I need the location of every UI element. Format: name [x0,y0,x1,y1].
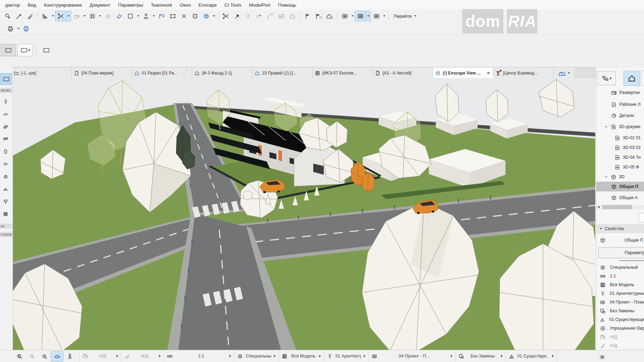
menu-citools[interactable]: CI Tools [221,1,245,9]
quick-3d-style[interactable]: Упрощенная Окр [596,324,644,332]
gravity-slab-button[interactable] [102,11,113,21]
intersect-button[interactable] [178,11,189,21]
tab-right-elevation[interactable]: 15 Правий (2) [1... [252,68,313,78]
tree-item-3d-02[interactable]: 3D-02 01 [596,133,644,143]
quick-structure-display[interactable]: Вся Модель [596,281,644,289]
railing-tool-icon[interactable] [0,134,12,145]
stack-tool-icon[interactable] [0,159,12,171]
morph-tool-icon[interactable] [0,171,12,183]
suspend-groups-dropdown[interactable] [151,11,156,21]
clipped-panel-icon[interactable] [639,213,644,222]
marquee-single-button[interactable] [1,44,16,56]
snap-tool-dropdown[interactable] [66,11,71,21]
gravity-roof-button[interactable] [113,11,125,21]
project-map-button-active[interactable] [623,71,640,86]
3d-cutaway-dropdown[interactable] [212,11,216,21]
quick-layer-combination[interactable]: Специальный [596,263,644,272]
menu-teamwork[interactable]: Teamwork [147,1,176,9]
tab-close-icon[interactable]: ✕ [486,71,491,76]
fillet-button[interactable] [265,11,276,21]
favorites-button[interactable] [324,11,335,21]
tree-hscrollbar[interactable] [596,205,644,210]
publish-button[interactable] [21,23,32,34]
mesh-tool-icon[interactable] [0,121,12,133]
chevron-down-icon[interactable] [604,125,608,129]
properties-section-header[interactable]: Свойства [596,224,644,233]
menu-window[interactable]: Окно [176,1,195,9]
zoom-fit-button[interactable] [26,351,38,362]
tree-item-details[interactable]: Детали [596,111,644,120]
tab-schedule-ike07[interactable]: [ИКЭ-07 Експлік... [313,68,373,78]
snap-reference-button[interactable] [71,11,82,21]
menu-help[interactable]: Помощь [274,1,300,9]
panel-corner-button[interactable] [596,352,608,362]
tree-item-interior-elevations[interactable]: Развертки [596,88,644,97]
magic-wand-button[interactable] [156,11,167,21]
marquee-mode-button[interactable] [17,44,33,56]
quick-camera-na[interactable]: Н/Д [596,333,644,341]
teamwork-cloud-button[interactable] [553,68,574,78]
last-layout-button[interactable] [371,11,382,21]
print-button[interactable] [5,23,16,34]
quick-renovation-filter[interactable]: 01 Существующе [596,315,644,324]
flag-markup-button[interactable] [302,11,313,21]
adjust-button[interactable] [231,11,242,21]
chevron-down-icon[interactable] [604,175,608,179]
select-tool-button[interactable] [2,11,13,21]
scrollbar-thumb[interactable] [602,205,632,209]
3d-cutaway-button[interactable] [201,11,212,21]
column-tool-icon[interactable] [0,96,12,108]
marquee-all-floors-button[interactable] [39,44,54,56]
status-camera-control[interactable]: Н/Д [79,350,121,362]
tab-interaction-center[interactable]: [Центр Взаимод... [493,68,553,78]
offset-button[interactable] [253,11,265,21]
quick-model-view-options[interactable]: 04 Проект - План [596,298,644,306]
tree-item-general-axonometry[interactable]: Общая А [596,193,644,203]
door-tool-icon[interactable] [0,146,12,158]
settings-button[interactable]: Параметр [598,247,644,258]
organizer-button[interactable] [598,71,616,85]
status-model-view-options[interactable]: 04 Проект - П... [368,350,455,362]
scroll-left-arrow[interactable] [598,206,599,208]
tree-item-3d-03[interactable]: 3D-03 02 [596,143,644,152]
tab-layout-a3[interactable]: [А3 - А Чистий] [373,68,433,78]
slab-tool-icon[interactable] [0,109,12,120]
explode-button[interactable] [287,11,298,21]
resize-button[interactable] [276,11,287,21]
lamp-tool-icon[interactable] [0,196,12,208]
status-structure-display[interactable]: Вся Модель [278,350,324,362]
guide-lines-dropdown[interactable] [50,11,55,21]
tree-group-3d[interactable]: 3D [596,172,644,182]
viewmap-button-clipped[interactable] [642,71,644,86]
menu-editor[interactable]: дактор [1,1,24,9]
last-layout-dropdown[interactable] [382,11,386,21]
tree-item-worksheets[interactable]: Рабочие Л [596,100,644,109]
menu-view[interactable]: Вид [24,1,40,9]
quick-pen-na[interactable]: Н/Д [596,341,644,350]
tab-cellar-story[interactable]: [-1. цок] [11,68,72,78]
menu-document[interactable]: Документ [86,1,114,9]
viewport-3d-scene[interactable] [0,78,595,350]
relative-coords-button[interactable] [125,11,136,21]
tree-group-3d-documents[interactable]: 3D-докуме [596,122,644,132]
status-layer-combination[interactable]: Специальный [234,350,278,362]
menu-enscape[interactable]: Enscape [195,1,221,9]
status-renovation-filter[interactable]: 01 Существую... [505,350,557,362]
guide-lines-button[interactable] [39,11,50,21]
relative-coords-dropdown[interactable] [136,11,140,21]
viewport-3d[interactable] [0,78,595,350]
status-pen-control[interactable]: Н/Д [121,350,164,362]
palette-marquee-tool-active[interactable] [0,73,12,85]
curtainwall-tool-icon[interactable] [0,209,12,221]
suspend-groups-button[interactable] [140,11,151,21]
pickup-parameters-button[interactable] [13,11,24,21]
tree-item-3d-05[interactable]: 3D-05 Ф [596,162,644,172]
3d-window-button-active[interactable] [355,11,366,21]
view-settings-button[interactable] [339,11,350,21]
view-settings-dropdown[interactable] [350,11,355,21]
quick-pen-set[interactable]: 01 Архитектурны [596,289,644,298]
status-pen-set[interactable]: 01 Архитектур... [324,350,368,362]
menu-modelport[interactable]: ModelPort [245,1,274,9]
quick-graphic-override[interactable]: Без Замены [596,307,644,315]
stretch-button[interactable] [242,11,253,21]
